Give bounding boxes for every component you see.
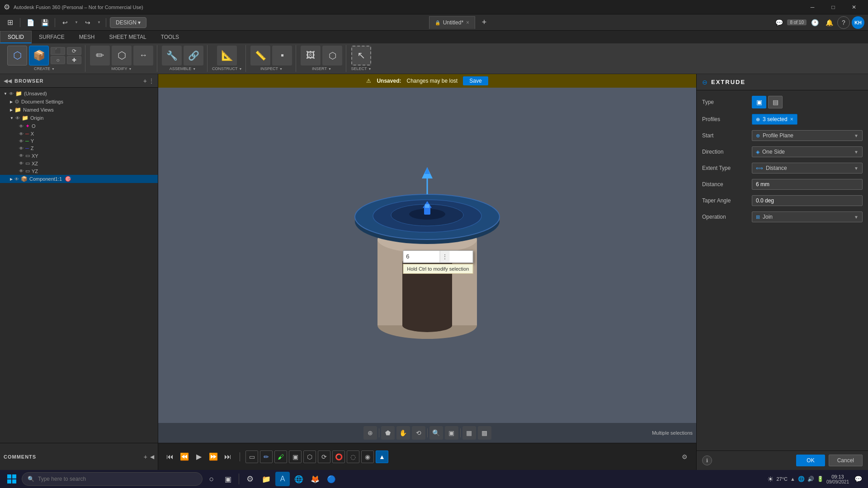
insert-btn-1[interactable]: 🖼: [301, 46, 321, 66]
help-button[interactable]: ?: [837, 16, 850, 29]
create-btn-5[interactable]: ⟳: [67, 47, 81, 55]
tab-surface[interactable]: SURFACE: [32, 31, 72, 43]
play-last-btn[interactable]: ⏭: [222, 450, 234, 463]
tab-sheet-metal[interactable]: SHEET METAL: [102, 31, 153, 43]
fusion-taskbar-btn[interactable]: A: [275, 472, 290, 486]
file-button[interactable]: 📄: [24, 16, 37, 29]
inspect-btn-1[interactable]: 📏: [250, 46, 270, 66]
design-mode-button[interactable]: DESIGN ▾: [110, 17, 146, 28]
create-group-label[interactable]: CREATE ▼: [34, 66, 55, 72]
assemble-btn-2[interactable]: 🔗: [184, 46, 203, 66]
tree-item-origin[interactable]: ▼ 👁 📁 Origin: [0, 114, 158, 122]
settings-taskbar-btn[interactable]: ⚙: [243, 472, 257, 486]
battery-icon[interactable]: 🔋: [817, 476, 824, 482]
tab-solid[interactable]: SOLID: [0, 31, 32, 43]
modify-btn-3[interactable]: ↔: [133, 46, 153, 66]
modify-btn-2[interactable]: ⬡: [112, 46, 132, 66]
distance-input[interactable]: 6 mm: [752, 179, 863, 190]
view-zoom-btn[interactable]: 🔍: [429, 426, 443, 440]
play-prev-btn[interactable]: ⏪: [178, 450, 191, 463]
view-fit-btn[interactable]: ⬟: [381, 426, 395, 440]
assemble-group-label[interactable]: ASSEMBLE ▼: [170, 66, 196, 72]
inspect-group-label[interactable]: INSPECT ▼: [260, 66, 283, 72]
tool-extrude-active[interactable]: ▲: [376, 450, 388, 463]
play-first-btn[interactable]: ⏮: [164, 450, 176, 463]
play-pause-btn[interactable]: ▶: [193, 450, 205, 463]
tool-lasso[interactable]: ⭕: [332, 450, 345, 463]
tool-solid-body[interactable]: ◉: [361, 450, 374, 463]
type-btn-solid[interactable]: ▣: [752, 96, 766, 108]
dimension-input[interactable]: 6: [403, 251, 439, 262]
select-btn-1[interactable]: ↖: [351, 46, 371, 66]
extrude-cancel-button[interactable]: Cancel: [829, 455, 863, 466]
tree-item-named-views[interactable]: ▶ 📁 Named Views: [0, 106, 158, 114]
browser-add-btn[interactable]: +: [143, 77, 147, 84]
taskbar-search[interactable]: 🔍: [22, 472, 203, 486]
undo-arrow[interactable]: ▼: [73, 16, 80, 29]
taskview-button[interactable]: ○: [204, 472, 219, 486]
view-look-btn[interactable]: ⟲: [412, 426, 425, 440]
view-grid-btn[interactable]: ▩: [478, 426, 491, 440]
create-btn-4[interactable]: ○: [51, 56, 65, 64]
view-orbit-btn[interactable]: ✋: [396, 426, 410, 440]
redo-arrow[interactable]: ▼: [96, 16, 102, 29]
construct-group-label[interactable]: CONSTRUCT ▼: [212, 66, 242, 72]
tray-chevron[interactable]: ▲: [790, 476, 795, 482]
notification-button[interactable]: 🔔: [823, 16, 835, 29]
comments-add-btn[interactable]: +: [144, 453, 147, 460]
tool-select-box[interactable]: ▭: [245, 450, 258, 463]
view-home-btn[interactable]: ⊕: [363, 426, 377, 440]
comments-collapse-btn[interactable]: ◀: [150, 454, 154, 460]
tree-item-root[interactable]: ▼ 👁 📁 (Unsaved): [0, 89, 158, 98]
modify-btn-1[interactable]: ✏: [90, 46, 110, 66]
profiles-select-btn[interactable]: ⊕ 3 selected ×: [752, 114, 797, 125]
tab-close-icon[interactable]: ×: [466, 19, 469, 26]
tree-item-z[interactable]: 👁 ─ Z: [0, 145, 158, 152]
tree-item-y[interactable]: 👁 ─ Y: [0, 137, 158, 145]
operation-dropdown[interactable]: ⊞ Join ▼: [752, 211, 863, 222]
edge-btn[interactable]: 🔵: [324, 472, 339, 486]
browser-more-btn[interactable]: ⋮: [149, 78, 154, 84]
create-btn-2[interactable]: 📦: [29, 46, 49, 66]
view-section-btn[interactable]: ▣: [445, 426, 458, 440]
tree-item-o[interactable]: 👁 ✦ O: [0, 122, 158, 130]
tree-item-x[interactable]: 👁 ─ X: [0, 130, 158, 137]
start-dropdown[interactable]: ⊕ Profile Plane ▼: [752, 130, 863, 141]
tree-item-yz[interactable]: 👁 ▭ YZ: [0, 167, 158, 175]
create-btn-3[interactable]: ⬛: [51, 47, 65, 55]
files-btn[interactable]: 📁: [259, 472, 274, 486]
volume-icon[interactable]: 🔊: [807, 476, 814, 482]
tree-item-doc-settings[interactable]: ▶ ⚙ Document Settings: [0, 98, 158, 106]
select-group-label[interactable]: SELECT ▼: [351, 66, 371, 72]
tree-item-xz[interactable]: 👁 ▭ XZ: [0, 160, 158, 167]
settings-btn[interactable]: ⚙: [678, 450, 691, 463]
tool-paint2[interactable]: ◌: [347, 450, 359, 463]
user-avatar[interactable]: KH: [852, 16, 864, 29]
notification-tray-btn[interactable]: 💬: [852, 473, 864, 485]
tool-paint[interactable]: 🖌: [274, 450, 287, 463]
firefox-btn[interactable]: 🦊: [308, 472, 322, 486]
search-input[interactable]: [38, 476, 197, 482]
create-btn-6[interactable]: ✚: [67, 56, 81, 64]
widgets-button[interactable]: ▣: [221, 472, 235, 486]
file-tab[interactable]: 🔒 Untitled* ×: [429, 16, 475, 29]
chrome-btn[interactable]: 🌐: [292, 472, 306, 486]
clock-display[interactable]: 09:13 09/09/2021: [826, 474, 849, 484]
minimize-button[interactable]: ─: [802, 0, 823, 14]
save-changes-button[interactable]: Save: [463, 76, 488, 85]
tree-item-comp1[interactable]: ▶ 👁 📦 Component1:1 🎯: [0, 175, 158, 183]
create-btn-1[interactable]: ⬡: [7, 46, 27, 66]
inspect-btn-2[interactable]: ▪: [272, 46, 292, 66]
tree-item-xy[interactable]: 👁 ▭ XY: [0, 152, 158, 160]
tool-box-sel[interactable]: ▣: [289, 450, 302, 463]
save-button[interactable]: 💾: [38, 16, 51, 29]
extrude-info-btn[interactable]: ℹ: [702, 455, 712, 465]
insert-group-label[interactable]: INSERT ▼: [312, 66, 331, 72]
undo-button[interactable]: ↩: [59, 16, 71, 29]
close-button[interactable]: ✕: [844, 0, 864, 14]
play-next-btn[interactable]: ⏩: [207, 450, 220, 463]
tab-mesh[interactable]: MESH: [72, 31, 102, 43]
extent-dropdown[interactable]: ⟺ Distance ▼: [752, 163, 863, 174]
browser-collapse-btn[interactable]: ◀◀: [4, 78, 12, 84]
tool-sketch[interactable]: ✏: [260, 450, 273, 463]
